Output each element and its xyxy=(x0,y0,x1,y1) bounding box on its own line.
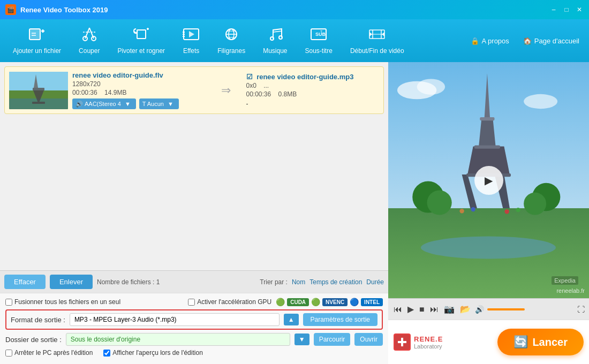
page-accueil-label: Page d'accueil xyxy=(534,37,579,45)
volume-slider[interactable] xyxy=(487,308,525,310)
output-select[interactable]: Sous le dossier d'origine xyxy=(66,333,290,346)
merge-checkbox[interactable] xyxy=(5,299,12,306)
volume-icon: 🔊 xyxy=(475,305,484,314)
toolbar-right: 🔒 A propos 🏠 Page d'accueil xyxy=(466,35,584,47)
preview-label[interactable]: Afficher l'aperçu lors de l'édition xyxy=(103,349,202,357)
toolbar-ajouter-label: Ajouter un fichier xyxy=(13,47,61,55)
sort-duree[interactable]: Durée xyxy=(366,278,384,286)
output-name-text: renee video editor-guide.mp3 xyxy=(256,73,353,81)
toolbar-couper[interactable]: Couper xyxy=(71,24,107,58)
nvidia2-icon: 🟢 xyxy=(311,298,320,306)
output-filename: ☑ renee video editor-guide.mp3 xyxy=(246,73,380,81)
trim-icon xyxy=(368,27,386,45)
main-content: renee video editor-guide.flv 1280x720 00… xyxy=(0,62,589,364)
svg-marker-34 xyxy=(369,32,372,36)
stop-btn[interactable]: ■ xyxy=(418,304,426,315)
toolbar-filigranes-label: Filigranes xyxy=(217,47,245,55)
sort-nom[interactable]: Nom xyxy=(292,278,305,286)
merge-label: Fusionner tous les fichiers en un seul xyxy=(14,298,120,306)
add-file-icon xyxy=(28,27,46,45)
app-title: Renee Video Toolbox 2019 xyxy=(20,6,549,14)
video-controls: ⏮ ▶ ■ ⏭ 📷 📂 🔊 ⛶ xyxy=(388,298,589,320)
intel-badge: INTEL xyxy=(361,298,383,306)
toolbar-effets-label: Effets xyxy=(183,47,199,55)
apropos-btn[interactable]: 🔒 A propos xyxy=(466,35,514,47)
prev-btn[interactable]: ⏮ xyxy=(392,304,403,315)
thumb-image xyxy=(9,72,68,109)
preview-checkbox[interactable] xyxy=(103,350,110,357)
file-row: renee video editor-guide.flv 1280x720 00… xyxy=(4,66,384,114)
window-controls: – □ ✕ xyxy=(549,5,584,14)
renee-name: RENE.E xyxy=(414,335,443,343)
renee-cross-icon xyxy=(394,333,411,351)
minimize-btn[interactable]: – xyxy=(549,5,558,14)
format-arrow-btn[interactable]: ▲ xyxy=(284,314,299,325)
stop-pc-text: Arrêter le PC après l'édition xyxy=(14,349,93,357)
toolbar-pivoter[interactable]: Pivoter et rogner xyxy=(110,24,172,58)
next-btn[interactable]: ⏭ xyxy=(429,304,440,315)
svg-point-57 xyxy=(524,193,546,215)
input-controls: 🔊 AAC(Stereo 4 ▼ T Aucun ▼ xyxy=(72,98,206,109)
play-overlay-btn[interactable]: ▶ xyxy=(474,166,503,195)
toolbar-musique[interactable]: Musique xyxy=(255,24,294,58)
rotate-icon xyxy=(133,27,150,45)
cuda-badge: CUDA xyxy=(287,298,309,306)
merge-checkbox-label[interactable]: Fusionner tous les fichiers en un seul xyxy=(5,298,120,306)
enlever-btn[interactable]: Enlever xyxy=(50,275,93,289)
subtitle-dropdown[interactable]: ▼ xyxy=(165,100,176,108)
audio-dropdown[interactable]: ▼ xyxy=(123,100,133,108)
format-select[interactable]: MP3 - MPEG Layer-3 Audio (*.mp3) xyxy=(70,313,280,326)
page-accueil-btn[interactable]: 🏠 Page d'accueil xyxy=(519,35,584,47)
video-preview: ▶ reneelab.fr Expedia xyxy=(388,62,589,298)
toolbar-pivoter-label: Pivoter et rogner xyxy=(117,47,165,55)
gpu-label: Activer l'accélération GPU xyxy=(197,298,271,306)
nvidia-icon: 🟢 xyxy=(276,298,285,306)
play-btn[interactable]: ▶ xyxy=(406,303,415,315)
subtitle-badge[interactable]: T Aucun ▼ xyxy=(139,98,179,109)
close-btn[interactable]: ✕ xyxy=(575,5,584,14)
svg-rect-52 xyxy=(474,145,500,148)
right-panel: ▶ reneelab.fr Expedia ⏮ ▶ ■ ⏭ 📷 📂 🔊 ⛶ xyxy=(388,62,589,364)
title-bar: 🎬 Renee Video Toolbox 2019 – □ ✕ xyxy=(0,0,589,19)
toolbar-effets[interactable]: Effets xyxy=(175,24,207,58)
renee-text: RENE.E Laboratory xyxy=(414,335,443,350)
launch-label: Lancer xyxy=(532,336,568,348)
screenshot-btn[interactable]: 📷 xyxy=(443,303,456,315)
gpu-checkbox[interactable] xyxy=(188,299,195,306)
renee-logo: RENE.E Laboratory xyxy=(394,333,443,351)
ouvrir-btn[interactable]: Ouvrir xyxy=(354,333,383,346)
trier-par-label: Trier par : xyxy=(260,278,288,286)
fullscreen-btn[interactable]: ⛶ xyxy=(577,305,585,314)
gpu-badges: 🟢 CUDA 🟢 NVENC 🔵 INTEL xyxy=(276,298,383,306)
settings-area: Fusionner tous les fichiers en un seul A… xyxy=(0,293,388,364)
svg-point-60 xyxy=(524,94,557,109)
effects-icon xyxy=(183,27,200,45)
toolbar-debut-fin[interactable]: Début/Fin de vidéo xyxy=(343,24,412,58)
stop-pc-label[interactable]: Arrêter le PC après l'édition xyxy=(5,349,93,357)
gpu-checkbox-label[interactable]: Activer l'accélération GPU xyxy=(188,298,271,306)
output-arrow-btn[interactable]: ▼ xyxy=(294,333,309,345)
lock-icon: 🔒 xyxy=(471,37,479,45)
sort-creation[interactable]: Temps de création xyxy=(309,278,362,286)
audio-badge[interactable]: 🔊 AAC(Stereo 4 ▼ xyxy=(72,98,136,109)
toolbar-sous-titre[interactable]: SUB T Sous-titre xyxy=(298,24,340,58)
svg-point-55 xyxy=(427,190,452,215)
launch-btn[interactable]: 🔄 Lancer xyxy=(497,329,584,355)
parcourir-btn[interactable]: Parcourir xyxy=(314,333,351,346)
toolbar-filigranes[interactable]: Filigranes xyxy=(210,24,253,58)
output-label: Dossier de sortie : xyxy=(5,336,62,344)
maximize-btn[interactable]: □ xyxy=(562,5,571,14)
folder-btn[interactable]: 📂 xyxy=(459,303,472,315)
output-resolution: 0x0 ... xyxy=(246,82,380,89)
toolbar-couper-label: Couper xyxy=(79,47,100,55)
file-list: renee video editor-guide.flv 1280x720 00… xyxy=(0,62,388,270)
toolbar-ajouter[interactable]: Ajouter un fichier xyxy=(5,24,69,58)
params-btn[interactable]: Paramètres de sortie xyxy=(303,313,377,326)
stop-pc-checkbox[interactable] xyxy=(5,350,12,357)
app-icon: 🎬 xyxy=(5,4,16,15)
effacer-btn[interactable]: Effacer xyxy=(4,275,46,289)
svg-text:T: T xyxy=(320,30,323,34)
intel-icon: 🔵 xyxy=(350,298,359,306)
video-watermark: reneelab.fr xyxy=(556,287,585,294)
toolbar-sous-titre-label: Sous-titre xyxy=(305,47,333,55)
